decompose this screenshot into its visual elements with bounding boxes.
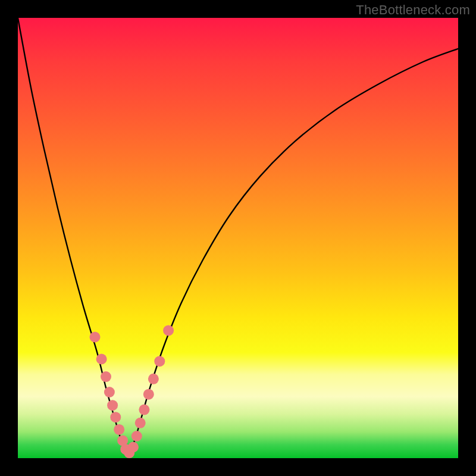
data-point xyxy=(90,332,101,343)
data-point xyxy=(139,405,149,415)
data-point xyxy=(104,387,115,397)
chart-frame: TheBottleneck.com xyxy=(0,0,476,476)
data-point xyxy=(148,374,159,384)
data-point xyxy=(110,412,121,422)
data-point xyxy=(143,389,154,400)
data-point xyxy=(163,325,174,336)
data-point xyxy=(131,431,142,441)
data-point xyxy=(135,418,146,428)
data-point xyxy=(96,354,107,365)
data-point xyxy=(114,424,124,435)
plot-area xyxy=(18,18,458,458)
marker-layer xyxy=(90,325,174,458)
watermark-text: TheBottleneck.com xyxy=(356,2,470,18)
bottleneck-curve xyxy=(18,18,458,456)
data-point xyxy=(107,400,118,411)
data-point xyxy=(101,371,111,382)
curve-svg xyxy=(18,18,458,458)
data-point xyxy=(128,442,139,453)
data-point xyxy=(154,356,165,367)
